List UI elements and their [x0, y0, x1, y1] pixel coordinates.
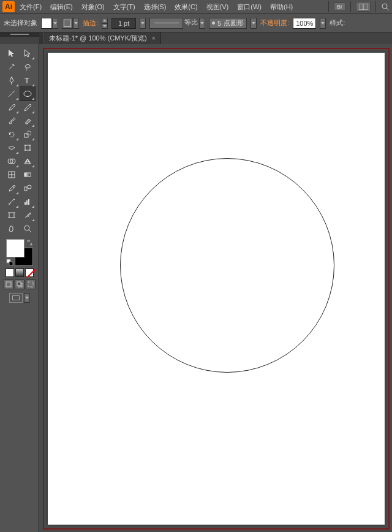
- opacity-label: 不透明度:: [260, 18, 289, 28]
- blob-brush-tool[interactable]: [4, 114, 19, 127]
- width-tool[interactable]: [4, 141, 19, 154]
- svg-point-20: [9, 203, 10, 205]
- line-tool[interactable]: [4, 87, 19, 101]
- fill-color-front[interactable]: [6, 239, 24, 257]
- paintbrush-tool[interactable]: [4, 101, 19, 114]
- svg-point-2: [382, 4, 387, 9]
- brush-name: 点圆形: [224, 18, 244, 28]
- svg-point-11: [29, 145, 31, 146]
- zoom-tool[interactable]: [20, 222, 35, 235]
- search-icon[interactable]: [381, 2, 390, 11]
- bridge-button[interactable]: Br: [334, 2, 345, 11]
- style-label: 样式:: [330, 18, 345, 28]
- color-mode-solid[interactable]: [6, 268, 14, 277]
- pencil-tool[interactable]: [20, 101, 35, 114]
- magic-wand-tool[interactable]: [4, 60, 19, 74]
- svg-line-5: [9, 91, 15, 97]
- svg-rect-33: [28, 282, 33, 287]
- svg-point-21: [10, 202, 10, 203]
- document-tab-title: 未标题-1* @ 100% (CMYK/预览): [49, 34, 147, 43]
- stroke-swatch-dropdown[interactable]: [73, 18, 79, 29]
- drawn-ellipse-shape[interactable]: [120, 158, 334, 373]
- eyedropper-tool[interactable]: [4, 181, 19, 195]
- draw-normal-mode[interactable]: [4, 279, 13, 289]
- shape-builder-tool[interactable]: [4, 154, 19, 168]
- arrange-documents-icon: [359, 4, 368, 10]
- divider: [328, 1, 329, 12]
- svg-rect-25: [9, 213, 14, 218]
- brush-preview-icon: [212, 21, 215, 25]
- slice-tool[interactable]: [20, 208, 35, 222]
- divider: [350, 1, 351, 12]
- artboard[interactable]: [48, 53, 385, 525]
- selection-tool[interactable]: [4, 47, 19, 60]
- direct-selection-tool[interactable]: [20, 47, 35, 60]
- gradient-tool[interactable]: [20, 168, 35, 181]
- draw-inside-mode[interactable]: [26, 279, 36, 289]
- stroke-swatch[interactable]: [62, 18, 73, 29]
- arrange-documents-button[interactable]: [356, 2, 371, 12]
- tools-panel: T: [0, 44, 39, 532]
- draw-behind-mode[interactable]: [15, 279, 24, 289]
- blend-tool[interactable]: [20, 181, 35, 195]
- color-mode-gradient[interactable]: [15, 268, 24, 277]
- type-tool[interactable]: T: [20, 74, 35, 87]
- brush-size: 5: [217, 20, 221, 27]
- menu-window[interactable]: 窗口(W): [233, 1, 265, 13]
- pen-tool[interactable]: [4, 74, 19, 87]
- canvas-area[interactable]: [39, 44, 392, 532]
- stroke-weight-dropdown[interactable]: [140, 18, 146, 29]
- svg-text:T: T: [24, 76, 29, 85]
- menu-help[interactable]: 帮助(H): [266, 1, 296, 13]
- menu-type[interactable]: 文字(T): [110, 1, 139, 13]
- fill-swatch-dropdown[interactable]: [52, 18, 58, 29]
- menu-edit[interactable]: 编辑(E): [47, 1, 77, 13]
- free-transform-tool[interactable]: [20, 141, 35, 154]
- column-graph-tool[interactable]: [20, 195, 35, 208]
- svg-point-12: [24, 150, 26, 151]
- brush-dropdown[interactable]: [251, 18, 257, 29]
- selection-status-label: 未选择对象: [4, 18, 37, 28]
- fill-stroke-control[interactable]: [6, 239, 33, 266]
- rotate-tool[interactable]: [4, 127, 19, 141]
- symbol-sprayer-tool[interactable]: [4, 195, 19, 208]
- fill-swatch[interactable]: [41, 18, 52, 29]
- swap-fill-stroke-icon[interactable]: [26, 239, 33, 246]
- svg-point-6: [24, 91, 31, 97]
- document-tab-close[interactable]: ×: [152, 35, 156, 42]
- default-fill-stroke-icon[interactable]: [6, 259, 13, 266]
- variable-width-profile[interactable]: [149, 18, 183, 29]
- screen-mode-dropdown[interactable]: [24, 293, 30, 303]
- profile-dropdown[interactable]: [199, 18, 205, 29]
- menu-effect[interactable]: 效果(C): [171, 1, 201, 13]
- svg-point-26: [24, 226, 29, 230]
- svg-line-27: [29, 230, 31, 232]
- svg-rect-30: [6, 282, 11, 287]
- svg-rect-18: [24, 187, 27, 191]
- document-tab[interactable]: 未标题-1* @ 100% (CMYK/预览) ×: [44, 32, 161, 45]
- opacity-dropdown[interactable]: [320, 18, 326, 29]
- perspective-grid-tool[interactable]: [20, 154, 35, 168]
- scale-tool[interactable]: [20, 127, 35, 141]
- stroke-weight-spin[interactable]: [102, 18, 108, 29]
- svg-rect-29: [9, 262, 13, 265]
- divider: [375, 1, 376, 12]
- stroke-weight-input[interactable]: 1 pt: [111, 18, 136, 29]
- svg-rect-24: [28, 199, 29, 205]
- ellipse-tool[interactable]: [20, 87, 35, 101]
- menu-object[interactable]: 对象(O): [78, 1, 108, 13]
- hand-tool[interactable]: [4, 222, 19, 235]
- svg-rect-7: [24, 134, 28, 137]
- opacity-input[interactable]: 100%: [293, 18, 316, 29]
- menu-file[interactable]: 文件(F): [16, 1, 45, 13]
- svg-rect-9: [25, 145, 30, 150]
- menu-view[interactable]: 视图(V): [203, 1, 233, 13]
- menu-select[interactable]: 选择(S): [140, 1, 170, 13]
- color-mode-none[interactable]: [25, 268, 34, 277]
- screen-mode-button[interactable]: [9, 293, 23, 303]
- tools-panel-grip[interactable]: [0, 32, 39, 37]
- lasso-tool[interactable]: [20, 60, 35, 74]
- mesh-tool[interactable]: [4, 168, 19, 181]
- eraser-tool[interactable]: [20, 114, 35, 127]
- artboard-tool[interactable]: [4, 208, 19, 222]
